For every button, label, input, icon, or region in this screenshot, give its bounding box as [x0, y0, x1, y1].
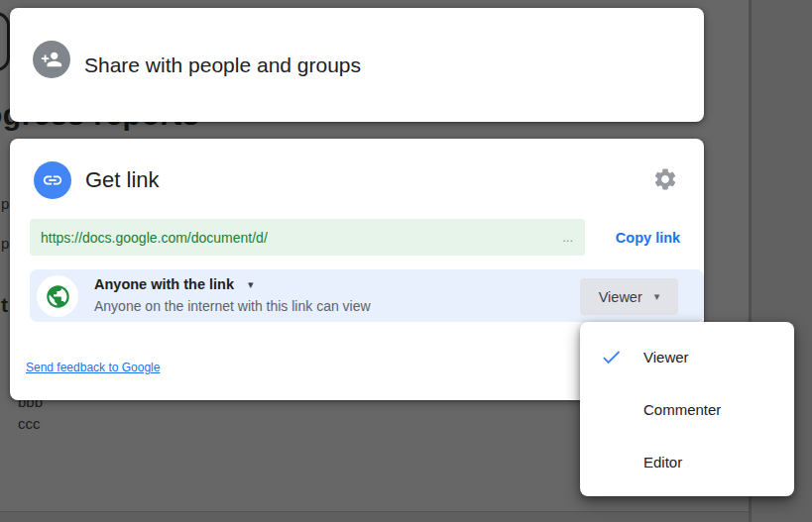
menu-item-label: Viewer	[643, 349, 689, 365]
background-text-fragment: p	[1, 195, 9, 212]
link-access-row: Anyone with the link ▾ Anyone on the int…	[30, 269, 704, 322]
share-panel-title: Share with people and groups	[84, 8, 361, 122]
menu-item-commenter[interactable]: Commenter	[580, 383, 794, 436]
role-dropdown-button[interactable]: Viewer ▾	[580, 278, 678, 315]
background-text-fragment: t	[1, 293, 8, 317]
link-scope-selector[interactable]: Anyone with the link ▾	[94, 276, 254, 292]
screen: ogress reports p p t bbb ccc Share with …	[0, 0, 812, 522]
link-icon	[34, 161, 71, 199]
send-feedback-link[interactable]: Send feedback to Google	[26, 361, 160, 374]
menu-item-editor[interactable]: Editor	[580, 436, 794, 488]
person-add-icon	[33, 41, 70, 78]
scope-label: Anyone with the link	[94, 276, 234, 292]
menu-item-viewer[interactable]: Viewer	[580, 331, 794, 383]
check-icon	[600, 346, 643, 368]
role-menu: Viewer Commenter Editor	[580, 322, 794, 496]
chevron-down-icon: ▾	[654, 290, 660, 303]
scope-description: Anyone on the internet with this link ca…	[94, 298, 371, 314]
gear-icon	[652, 166, 678, 195]
get-link-title: Get link	[85, 167, 160, 193]
url-ellipsis: ...	[562, 230, 573, 245]
link-settings-button[interactable]	[648, 163, 682, 197]
background-text-fragment: p	[1, 235, 9, 252]
menu-item-label: Commenter	[643, 401, 721, 418]
globe-icon	[37, 275, 78, 317]
document-url: https://docs.google.com/document/d/	[41, 230, 268, 246]
background-document-line: ccc	[18, 415, 41, 432]
background-border-fragment	[0, 12, 10, 71]
role-button-label: Viewer	[599, 289, 642, 305]
document-link-field[interactable]: https://docs.google.com/document/d/ ...	[30, 219, 585, 256]
share-with-people-panel: Share with people and groups	[10, 8, 704, 122]
copy-link-button[interactable]: Copy link	[596, 224, 700, 252]
menu-item-label: Editor	[643, 454, 682, 470]
chevron-down-icon: ▾	[248, 278, 254, 291]
background-page-bottom-edge	[0, 511, 749, 522]
